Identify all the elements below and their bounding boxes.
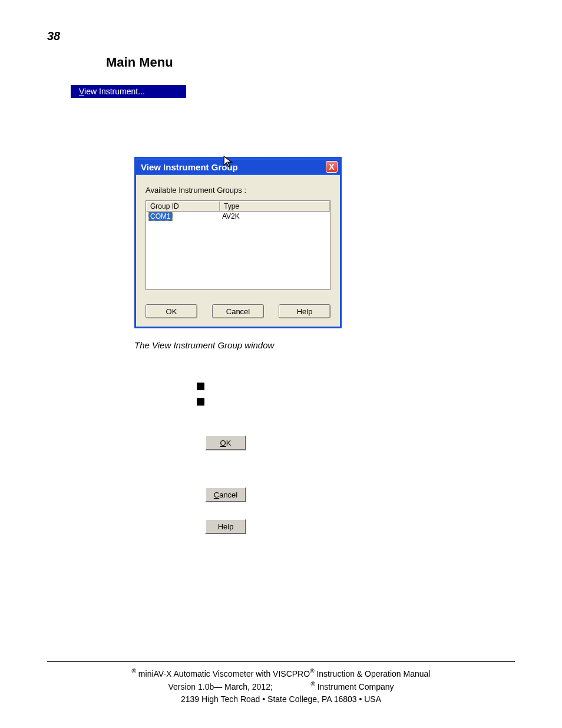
dialog-body: Available Instrument Groups : Group ID T… — [136, 175, 340, 327]
listbox-rows: COM1 AV2K — [146, 212, 330, 289]
instrument-groups-listbox[interactable]: Group ID Type COM1 AV2K — [146, 200, 330, 290]
btn-accel: O — [220, 439, 226, 447]
square-bullet-icon — [197, 383, 204, 390]
footer-line-1: ® miniAV-X Automatic Viscometer with VIS… — [47, 667, 515, 680]
footer-line-3: 2139 High Tech Road • State College, PA … — [47, 693, 515, 706]
menu-item-view-instrument[interactable]: View Instrument... — [71, 85, 186, 98]
help-button[interactable]: Help — [279, 304, 330, 318]
inline-button-examples: OK Cancel Help — [47, 435, 515, 534]
bullet-list — [197, 383, 515, 406]
ok-button-example[interactable]: OK — [205, 435, 246, 450]
dialog-button-row: OK Cancel Help — [146, 304, 330, 318]
registered-icon: ® — [310, 668, 314, 674]
column-header-group-id[interactable]: Group ID — [146, 201, 220, 212]
column-header-type[interactable]: Type — [220, 201, 330, 212]
footer-rule — [47, 661, 515, 662]
menu-item-accel: V — [79, 87, 84, 96]
btn-accel: C — [214, 490, 219, 499]
page-number: 38 — [47, 29, 515, 43]
listbox-header-row: Group ID Type — [146, 201, 330, 212]
menu-item-rest: iew Instrument... — [84, 87, 145, 96]
btn-rest: K — [226, 439, 232, 447]
cancel-button-example[interactable]: Cancel — [205, 487, 246, 502]
help-button-example[interactable]: Help — [205, 519, 246, 534]
figure-caption: The View Instrument Group window — [134, 340, 515, 350]
available-groups-label: Available Instrument Groups : — [146, 186, 330, 195]
dialog-titlebar: View Instrument Group X — [136, 159, 340, 175]
cell-group-id: COM1 — [146, 212, 220, 220]
page-footer: ® miniAV-X Automatic Viscometer with VIS… — [47, 661, 515, 706]
view-instrument-group-dialog: View Instrument Group X Available Instru… — [134, 157, 342, 328]
ok-button[interactable]: OK — [146, 304, 197, 318]
close-icon[interactable]: X — [326, 161, 338, 173]
btn-rest: ancel — [219, 490, 237, 499]
list-item[interactable]: COM1 AV2K — [146, 212, 330, 220]
registered-icon: ® — [132, 668, 136, 674]
section-heading: Main Menu — [106, 55, 515, 70]
dialog-title: View Instrument Group — [141, 162, 238, 172]
cell-type: AV2K — [220, 212, 330, 220]
cancel-button[interactable]: Cancel — [212, 304, 264, 318]
registered-icon: ® — [310, 681, 315, 687]
footer-line-2: Version 1.0b— March, 2012; CANNON® Instr… — [47, 680, 515, 693]
square-bullet-icon — [197, 398, 204, 406]
